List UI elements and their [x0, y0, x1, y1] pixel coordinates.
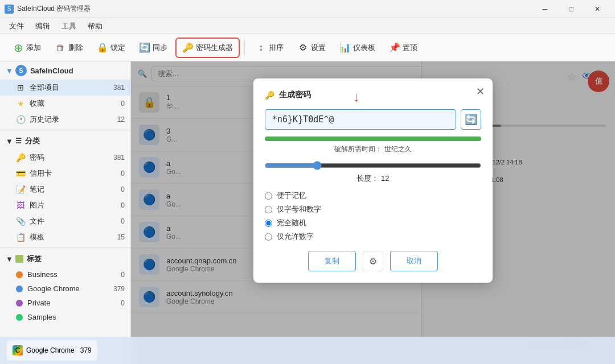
sidebar-item-all[interactable]: ⊞ 全部项目 381: [0, 80, 130, 96]
radio-random-input[interactable]: [265, 220, 272, 227]
dashboard-label: 仪表板: [353, 43, 375, 53]
content-area: 🔍 🔒 1 华... ☆ 🔵 3 G... ☆ 🔵: [131, 61, 615, 364]
dashboard-icon: 📊: [339, 42, 351, 53]
radio-numeric-input[interactable]: [265, 233, 272, 241]
sidebar-file-label: 文件: [30, 216, 44, 226]
slider-row: [265, 161, 481, 170]
settings-button[interactable]: ⚙ 设置: [292, 39, 331, 57]
length-slider[interactable]: [265, 161, 481, 170]
modal-overlay: ↓ 🔑 生成密码 ✕ 🔄 破解所需时间： 世纪之久: [131, 61, 615, 364]
modal-settings-button[interactable]: ⚙: [363, 251, 383, 271]
add-button[interactable]: ⊕ 添加: [7, 39, 47, 57]
sidebar-safeincloud-header[interactable]: ▼ S SafeInCloud: [0, 61, 130, 80]
strength-bar: [265, 136, 481, 141]
sidebar-note-label: 笔记: [30, 184, 44, 195]
star-icon: ★: [16, 99, 25, 108]
sidebar-divider-1: [0, 130, 130, 130]
password-display-input[interactable]: [265, 109, 456, 130]
sidebar-password-count: 381: [113, 154, 125, 162]
image-icon: 🖼: [16, 201, 25, 210]
taskbar-chrome-label: Google Chrome 379: [26, 346, 92, 354]
menu-bar: 文件 编辑 工具 帮助: [0, 18, 615, 34]
sidebar-tag-private[interactable]: Private 0: [0, 296, 130, 310]
radio-memorable[interactable]: 便于记忆: [265, 191, 481, 201]
note-icon: 📝: [16, 185, 25, 194]
sidebar-password-label: 密码: [30, 152, 44, 163]
password-gen-dialog: 🔑 生成密码 ✕ 🔄 破解所需时间： 世纪之久 长度： 12: [253, 78, 493, 283]
sidebar-note-count: 0: [121, 185, 125, 193]
radio-numeric[interactable]: 仅允许数字: [265, 231, 481, 242]
radio-alphanumeric-label: 仅字母和数字: [277, 204, 321, 214]
close-button[interactable]: ✕: [584, 0, 610, 18]
sort-label: 排序: [269, 43, 284, 53]
password-gen-button[interactable]: 🔑 密码生成器: [175, 38, 240, 58]
menu-tools[interactable]: 工具: [57, 20, 81, 32]
sidebar-item-favorites[interactable]: ★ 收藏 0: [0, 96, 130, 111]
modal-close-button[interactable]: ✕: [476, 85, 485, 98]
taskbar-chrome-item[interactable]: C Google Chrome 379: [7, 340, 97, 361]
radio-memorable-input[interactable]: [265, 192, 272, 200]
toolbar: ⊕ 添加 🗑 删除 🔒 锁定 🔄 同步 🔑 密码生成器 ↕ 排序 ⚙ 设置 📊 …: [0, 34, 615, 61]
minimize-button[interactable]: ─: [532, 0, 558, 18]
password-gen-label: 密码生成器: [196, 43, 233, 53]
top-label: 置顶: [403, 43, 417, 53]
sort-button[interactable]: ↕ 排序: [249, 39, 289, 57]
radio-group: 便于记忆 仅字母和数字 完全随机 仅允许数字: [265, 191, 481, 242]
title-bar: S SafeInCloud 密码管理器 ─ □ ✕: [0, 0, 615, 18]
app-title: SafeInCloud 密码管理器: [17, 4, 532, 14]
copy-button[interactable]: 复制: [308, 251, 356, 271]
top-button[interactable]: 📌 置顶: [383, 39, 423, 57]
menu-edit[interactable]: 编辑: [31, 20, 55, 32]
sidebar-tags-header[interactable]: ▼ 标签: [0, 250, 130, 267]
settings-gear-icon: ⚙: [369, 256, 377, 267]
radio-random[interactable]: 完全随机: [265, 218, 481, 228]
maximize-button[interactable]: □: [558, 0, 584, 18]
menu-help[interactable]: 帮助: [83, 20, 107, 32]
radio-alphanumeric-input[interactable]: [265, 206, 272, 213]
sidebar-item-template[interactable]: 📋 模板 15: [0, 229, 130, 245]
sidebar-divider-2: [0, 247, 130, 248]
categories-label: 分类: [25, 136, 40, 146]
sidebar-tag-chrome[interactable]: Google Chrome 379: [0, 282, 130, 296]
sidebar-tag-business[interactable]: Business 0: [0, 267, 130, 282]
delete-button[interactable]: 🗑 删除: [49, 39, 89, 57]
sidebar-item-password[interactable]: 🔑 密码 381: [0, 150, 130, 166]
modal-actions: 复制 ⚙ 取消: [265, 251, 481, 271]
sidebar-item-history[interactable]: 🕐 历史记录 12: [0, 111, 130, 127]
add-icon: ⊕: [13, 42, 24, 53]
settings-icon: ⚙: [297, 42, 309, 53]
arrow-indicator: ↓: [353, 89, 360, 105]
sidebar-item-creditcard[interactable]: 💳 信用卡 0: [0, 166, 130, 181]
tags-label: 标签: [27, 254, 42, 264]
sidebar-item-image[interactable]: 🖼 图片 0: [0, 197, 130, 213]
cancel-button[interactable]: 取消: [390, 251, 438, 271]
sidebar-item-file[interactable]: 📎 文件 0: [0, 213, 130, 229]
dashboard-button[interactable]: 📊 仪表板: [334, 39, 381, 57]
sidebar-history-label: 历史记录: [30, 114, 59, 125]
add-label: 添加: [26, 43, 41, 53]
template-icon: 📋: [16, 233, 25, 242]
sidebar-template-label: 模板: [30, 232, 44, 242]
modal-password-row: 🔄: [265, 109, 481, 130]
sidebar-categories-header[interactable]: ▼ ☰ 分类: [0, 133, 130, 150]
lock-button[interactable]: 🔒 锁定: [91, 39, 131, 57]
sidebar-card-count: 0: [121, 169, 125, 177]
tag-chrome-count: 379: [113, 285, 125, 293]
settings-label: 设置: [311, 43, 326, 53]
toolbar-separator-1: [244, 39, 245, 56]
menu-file[interactable]: 文件: [5, 20, 28, 32]
tag-dot-business: [16, 271, 23, 278]
app-icon: S: [5, 5, 14, 14]
tag-dot-samples: [16, 314, 23, 321]
chrome-icon: C: [13, 345, 23, 355]
refresh-password-button[interactable]: 🔄: [461, 109, 481, 130]
radio-alphanumeric[interactable]: 仅字母和数字: [265, 204, 481, 214]
sync-button[interactable]: 🔄 同步: [133, 39, 173, 57]
file-icon: 📎: [16, 217, 25, 226]
sidebar-tag-samples[interactable]: Samples: [0, 310, 130, 324]
tag-chrome-label: Google Chrome: [27, 284, 80, 293]
card-icon: 💳: [16, 169, 25, 178]
modal-key-icon: 🔑: [265, 90, 274, 100]
sidebar-item-note[interactable]: 📝 笔记 0: [0, 181, 130, 197]
radio-random-label: 完全随机: [277, 218, 306, 228]
